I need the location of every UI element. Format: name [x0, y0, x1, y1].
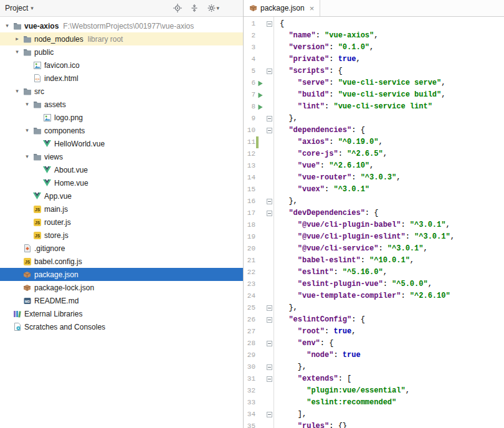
- code-text: "vuex": "^3.0.1": [273, 184, 369, 196]
- tree-item-logo-png[interactable]: logo.png: [0, 111, 243, 124]
- tree-item-assets[interactable]: ▾assets: [0, 98, 243, 111]
- tree-item-store-js[interactable]: JSstore.js: [0, 229, 243, 242]
- fold-marker-icon[interactable]: [267, 116, 272, 121]
- code-line[interactable]: 32 "plugin:vue/essential",: [244, 385, 504, 397]
- git-icon: [22, 244, 32, 252]
- close-tab-icon[interactable]: ×: [310, 4, 315, 12]
- fold-marker-icon[interactable]: [267, 317, 272, 323]
- code-line[interactable]: 29 "node": true: [244, 350, 504, 361]
- code-line[interactable]: 30 },: [244, 361, 504, 373]
- js-icon: JS: [22, 258, 32, 265]
- code-line[interactable]: 25 },: [244, 302, 504, 314]
- tree-item-vue-axios[interactable]: ▾vue-axiosF:\WebstormProjects\001977\vue…: [0, 19, 243, 32]
- tree-item-babel-config-js[interactable]: JSbabel.config.js: [0, 255, 243, 268]
- code-line[interactable]: 9 },: [244, 113, 504, 125]
- code-line[interactable]: 31 "extends": [: [244, 373, 504, 385]
- code-line[interactable]: 10 "dependencies": {: [244, 125, 504, 136]
- tree-item-node-modules[interactable]: ▸node_moduleslibrary root: [0, 32, 243, 45]
- code-line[interactable]: 15 "vuex": "^3.0.1": [244, 184, 504, 196]
- tree-item-helloworld-vue[interactable]: HelloWorld.vue: [0, 137, 243, 150]
- tree-item-index-html[interactable]: <>index.html: [0, 72, 243, 85]
- tree-item-home-vue[interactable]: Home.vue: [0, 176, 243, 189]
- code-line[interactable]: 27 "root": true,: [244, 326, 504, 338]
- tree-item-src[interactable]: ▾src: [0, 85, 243, 98]
- chevron-expanded-icon[interactable]: ▾: [2, 23, 12, 29]
- code-line[interactable]: 16 },: [244, 196, 504, 207]
- collapse-all-icon[interactable]: [190, 4, 199, 12]
- code-line[interactable]: 6 "serve": "vue-cli-service serve",: [244, 77, 504, 89]
- chevron-collapsed-icon[interactable]: ▸: [12, 36, 22, 42]
- chevron-expanded-icon[interactable]: ▾: [22, 102, 32, 107]
- tree-item-views[interactable]: ▾views: [0, 150, 243, 163]
- code-line[interactable]: 20 "@vue/cli-service": "^3.0.1",: [244, 243, 504, 255]
- code-line[interactable]: 21 "babel-eslint": "^10.0.1",: [244, 255, 504, 267]
- settings-gear-icon[interactable]: ▾: [207, 4, 219, 12]
- tree-item-readme-md[interactable]: MDREADME.md: [0, 294, 243, 307]
- svg-text:<>: <>: [35, 77, 40, 82]
- code-line[interactable]: 8 "lint": "vue-cli-service lint": [244, 101, 504, 113]
- code-line[interactable]: 28 "env": {: [244, 338, 504, 350]
- fold-marker-icon[interactable]: [267, 211, 272, 216]
- tree-item-label: vue-axios: [24, 22, 59, 31]
- code-line[interactable]: 23 "eslint-plugin-vue": "^5.0.0",: [244, 278, 504, 290]
- fold-marker-icon[interactable]: [267, 364, 272, 370]
- chevron-expanded-icon[interactable]: ▾: [12, 88, 22, 94]
- code-line[interactable]: 3 "version": "0.1.0",: [244, 42, 504, 54]
- run-script-icon[interactable]: [257, 104, 264, 110]
- gutter-icon-cell: [256, 77, 265, 89]
- tree-item-app-vue[interactable]: App.vue: [0, 189, 243, 202]
- fold-marker-icon[interactable]: [267, 21, 272, 27]
- code-line[interactable]: 26 "eslintConfig": {: [244, 314, 504, 326]
- tree-item-favicon-ico[interactable]: favicon.ico: [0, 59, 243, 72]
- run-script-icon[interactable]: [257, 80, 264, 87]
- fold-marker-icon[interactable]: [267, 412, 272, 417]
- tree-item-label: App.vue: [44, 192, 72, 201]
- locate-file-icon[interactable]: [173, 4, 182, 12]
- code-line[interactable]: 2 "name": "vue-axios",: [244, 30, 504, 42]
- code-text: "vue": "^2.6.10",: [273, 160, 374, 172]
- code-line[interactable]: 34 ],: [244, 409, 504, 421]
- tree-item-about-vue[interactable]: About.vue: [0, 163, 243, 176]
- fold-marker-icon[interactable]: [267, 69, 272, 74]
- fold-marker-icon[interactable]: [267, 376, 272, 382]
- code-line[interactable]: 11 "axios": "^0.19.0",: [244, 136, 504, 148]
- tree-item-scratches-and-consoles[interactable]: Scratches and Consoles: [0, 320, 243, 333]
- fold-marker-icon[interactable]: [267, 305, 272, 311]
- tree-item-package-json[interactable]: package.json: [0, 268, 243, 281]
- code-editor[interactable]: 1{2 "name": "vue-axios",3 "version": "0.…: [244, 17, 504, 428]
- code-line[interactable]: 18 "@vue/cli-plugin-babel": "^3.0.1",: [244, 219, 504, 231]
- tree-item-external-libraries[interactable]: External Libraries: [0, 307, 243, 320]
- code-line[interactable]: 5 "scripts": {: [244, 65, 504, 77]
- fold-marker-icon[interactable]: [267, 341, 272, 346]
- tree-item-package-lock-json[interactable]: package-lock.json: [0, 281, 243, 294]
- code-text: },: [273, 113, 298, 125]
- tree-item-gitignore[interactable]: .gitignore: [0, 242, 243, 255]
- code-line[interactable]: 35 "rules": {}: [244, 421, 504, 428]
- code-line[interactable]: 7 "build": "vue-cli-service build",: [244, 89, 504, 101]
- code-line[interactable]: 24 "vue-template-compiler": "^2.6.10": [244, 290, 504, 302]
- chevron-expanded-icon[interactable]: ▾: [22, 128, 32, 133]
- fold-marker-icon[interactable]: [267, 199, 272, 204]
- code-line[interactable]: 12 "core-js": "^2.6.5",: [244, 148, 504, 160]
- code-line[interactable]: 19 "@vue/cli-plugin-eslint": "^3.0.1",: [244, 231, 504, 243]
- chevron-expanded-icon[interactable]: ▾: [12, 49, 22, 55]
- line-number: 9: [244, 113, 256, 125]
- chevron-expanded-icon[interactable]: ▾: [22, 154, 32, 159]
- fold-marker-icon[interactable]: [267, 128, 272, 133]
- code-line[interactable]: 33 "eslint:recommended": [244, 397, 504, 409]
- tree-item-public[interactable]: ▾public: [0, 45, 243, 59]
- project-view-selector[interactable]: Project ▾: [5, 4, 34, 12]
- code-line[interactable]: 14 "vue-router": "^3.0.3",: [244, 172, 504, 184]
- code-line[interactable]: 17 "devDependencies": {: [244, 207, 504, 219]
- tab-package-json[interactable]: package.json ×: [244, 0, 320, 16]
- tree-item-main-js[interactable]: JSmain.js: [0, 202, 243, 216]
- gutter-icon-cell: [256, 101, 265, 113]
- code-line[interactable]: 13 "vue": "^2.6.10",: [244, 160, 504, 172]
- code-line[interactable]: 22 "eslint": "^5.16.0",: [244, 267, 504, 278]
- tree-item-router-js[interactable]: JSrouter.js: [0, 216, 243, 229]
- run-script-icon[interactable]: [257, 92, 264, 98]
- code-line[interactable]: 4 "private": true,: [244, 54, 504, 65]
- code-line[interactable]: 1{: [244, 18, 504, 30]
- editor-area: package.json × 1{2 "name": "vue-axios",3…: [244, 0, 504, 428]
- tree-item-components[interactable]: ▾components: [0, 124, 243, 137]
